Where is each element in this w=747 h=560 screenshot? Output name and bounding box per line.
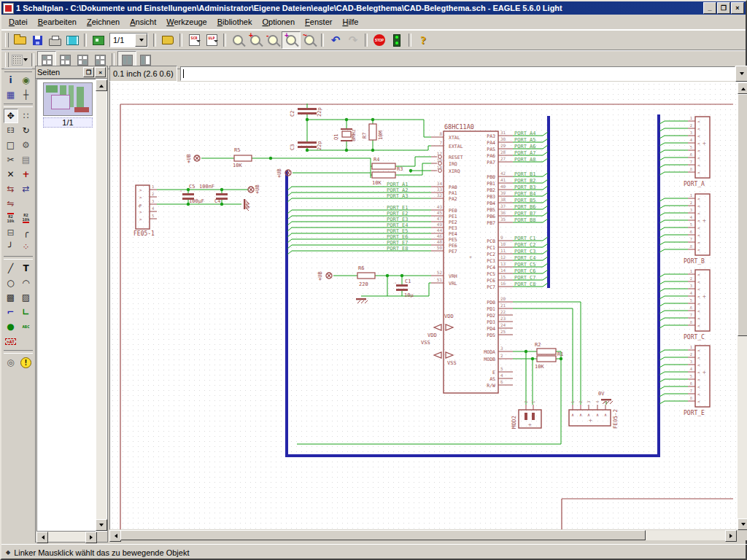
tool-name[interactable]: R210k	[4, 211, 18, 225]
redo-button[interactable]: ↷	[344, 32, 362, 48]
canvas-vertical-scrollbar[interactable]	[737, 82, 747, 531]
open-button[interactable]	[11, 32, 28, 48]
canvas-scroll-left[interactable]	[109, 530, 121, 542]
tool-info[interactable]: i	[4, 73, 18, 88]
tool-split[interactable]: ╯	[4, 240, 18, 254]
tool-errors[interactable]: !	[19, 355, 34, 370]
tool-mark[interactable]: ┼	[19, 88, 34, 102]
canvas-hscroll-thumb[interactable]	[120, 530, 646, 540]
close-button[interactable]: ×	[731, 2, 744, 14]
canvas-horizontal-scrollbar[interactable]	[109, 530, 737, 540]
tool-add[interactable]: +	[19, 167, 34, 182]
toolbar-separator	[84, 34, 87, 47]
sheet-selector[interactable]: 1/1	[109, 33, 148, 47]
page-number-label[interactable]: 1/1	[43, 117, 93, 128]
tool-delete[interactable]: ✕	[4, 167, 18, 182]
zoom-out-button[interactable]: -	[264, 32, 282, 48]
zoom-redraw-button[interactable]: ~	[301, 32, 318, 48]
run-script-button[interactable]: SCR	[185, 32, 203, 48]
schematic-label: 20	[500, 296, 506, 301]
panel-close-button[interactable]: ×	[95, 67, 106, 77]
tool-circle[interactable]: ○	[4, 276, 18, 290]
schematic-label: PORT_E4	[387, 222, 409, 228]
page-thumbnail[interactable]	[43, 82, 93, 116]
tool-junction[interactable]: ●	[4, 319, 18, 334]
tool-text[interactable]: T	[19, 261, 34, 276]
tool-gateswap[interactable]: ⇋	[4, 196, 18, 211]
scroll-right-button[interactable]	[85, 532, 97, 543]
menu-fenster[interactable]: Fenster	[301, 16, 336, 28]
tool-attribute[interactable]: >AT	[4, 334, 18, 349]
canvas-scroll-up[interactable]	[738, 82, 747, 94]
tool-replace[interactable]: ⇄	[19, 182, 34, 196]
canvas-vscroll-thumb[interactable]	[738, 94, 747, 336]
pages-horizontal-scrollbar[interactable]	[36, 532, 97, 542]
stop-button[interactable]: STOP	[371, 32, 388, 48]
pages-panel-header[interactable]: Seiten ❐ ×	[36, 66, 107, 79]
help-button[interactable]: ?	[414, 32, 432, 48]
cam-processor-button[interactable]	[63, 32, 81, 48]
tool-change[interactable]: ⚙	[19, 138, 34, 152]
sheet-selector-dropdown[interactable]	[135, 34, 147, 47]
menu-bibliothek[interactable]: Bibliothek	[213, 16, 257, 28]
maximize-button[interactable]: ❐	[717, 2, 730, 14]
scroll-down-button[interactable]	[96, 519, 107, 531]
save-button[interactable]	[28, 32, 46, 48]
tool-show[interactable]: ◉	[19, 73, 34, 88]
tool-rotate[interactable]: ↻	[19, 123, 34, 138]
tool-rect[interactable]: ▩	[4, 290, 18, 305]
zoom-fit-button[interactable]	[229, 32, 247, 48]
tool-erc[interactable]: ◎	[4, 355, 18, 370]
canvas-scroll-down[interactable]	[738, 518, 747, 530]
minimize-button[interactable]: _	[703, 2, 716, 14]
title-bar[interactable]: 1 Schaltplan - C:\Dokumente und Einstell…	[1, 1, 746, 15]
zoom-select-button[interactable]: +	[282, 31, 301, 49]
menu-ansicht[interactable]: Ansicht	[125, 16, 160, 28]
switch-to-board-button[interactable]	[90, 32, 107, 48]
use-library-button[interactable]	[159, 32, 177, 48]
go-button[interactable]	[388, 32, 406, 48]
tool-mirror[interactable]: EƎ	[4, 123, 18, 138]
schematic-label: PB5	[487, 207, 495, 213]
tool-group[interactable]: □	[4, 138, 18, 152]
menu-zeichnen[interactable]: Zeichnen	[82, 16, 124, 28]
command-input[interactable]	[180, 66, 735, 81]
tool-paste[interactable]: ▤	[19, 152, 34, 167]
undo-button[interactable]: ↶	[327, 32, 344, 48]
tool-wire[interactable]: ╱	[4, 261, 18, 276]
tool-pinswap[interactable]: ⇆	[4, 182, 18, 196]
menu-datei[interactable]: Datei	[4, 16, 32, 28]
tool-value[interactable]: R210k	[19, 211, 34, 225]
command-history-dropdown[interactable]	[735, 66, 747, 82]
menu-hilfe[interactable]: Hilfe	[338, 16, 363, 28]
tool-net[interactable]: ∟	[19, 305, 34, 319]
scroll-left-button[interactable]	[36, 532, 48, 543]
tool-label[interactable]: ABC	[19, 319, 34, 334]
pages-list[interactable]: 1/1	[36, 79, 97, 532]
tool-polygon[interactable]: ▨	[19, 290, 34, 305]
tool-bus[interactable]: ⌐	[4, 305, 18, 319]
menu-optionen[interactable]: Optionen	[258, 16, 299, 28]
print-button[interactable]	[46, 32, 63, 48]
panel-float-button[interactable]: ❐	[83, 67, 94, 77]
canvas-scroll-right[interactable]	[725, 530, 737, 542]
wire	[659, 143, 665, 146]
tool-move[interactable]: ✥	[4, 109, 18, 123]
menu-bearbeiten[interactable]: Bearbeiten	[34, 16, 81, 28]
scroll-up-button[interactable]	[96, 79, 107, 91]
menu-werkzeuge[interactable]: Werkzeuge	[162, 16, 211, 28]
zoom-in-button[interactable]: +	[247, 32, 264, 48]
schematic-label: 10µ	[404, 292, 414, 298]
tool-display[interactable]: ▦	[4, 88, 18, 102]
pages-vertical-scrollbar[interactable]	[96, 79, 107, 532]
tool-miter[interactable]: ╭	[19, 225, 34, 240]
tool-copy[interactable]: ∷	[19, 109, 34, 123]
tool-invoke[interactable]: ⁘	[19, 240, 34, 254]
tool-arc[interactable]: ◠	[19, 276, 34, 290]
tool-cut[interactable]: ✂	[4, 152, 18, 167]
tool-smash[interactable]: ⊟	[4, 225, 18, 240]
schematic-label: 2	[500, 353, 503, 358]
run-ulp-button[interactable]: ULP	[203, 32, 220, 48]
schematic-canvas[interactable]: 68HC11A08XTAL7EXTAL17RESET19IRQ18XIRQ34P…	[109, 82, 738, 529]
schematic-label: 14	[500, 268, 506, 273]
